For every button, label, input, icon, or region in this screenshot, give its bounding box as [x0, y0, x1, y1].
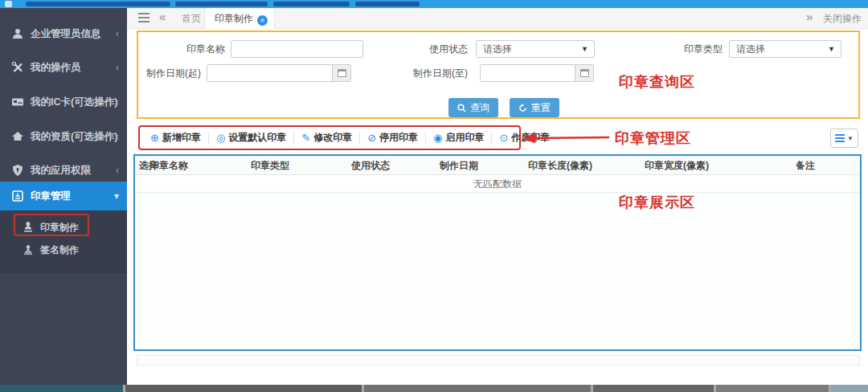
- modify-seal-button[interactable]: ✎ 修改印章: [294, 129, 359, 147]
- seal-icon: [10, 189, 25, 203]
- scrollbar-segment[interactable]: [125, 385, 362, 392]
- chevron-left-icon: ‹: [116, 131, 119, 142]
- caret-down-icon: ▼: [847, 135, 854, 142]
- scrollbar-segment[interactable]: [593, 385, 714, 392]
- circle-play-icon: ◉: [433, 132, 442, 144]
- circle-stop-icon: ⊘: [367, 132, 376, 144]
- calendar-icon: [338, 69, 346, 77]
- sidebar-item-enterprise-admin-info[interactable]: 企业管理员信息 ‹: [0, 18, 127, 50]
- column-header-use-status[interactable]: 使用状态: [351, 156, 390, 175]
- search-icon: [457, 104, 466, 112]
- seal-toolbar: ⊕ 新增印章 ◎ 设置默认印章 ✎ 修改印章 ⊘ 停用印章 ◉ 启用印章 ⊙ 作…: [138, 125, 521, 150]
- date-to-input[interactable]: [481, 65, 575, 81]
- date-to-calendar-button[interactable]: [575, 65, 593, 81]
- date-from-input[interactable]: [207, 65, 332, 81]
- query-button[interactable]: 查询: [448, 98, 498, 117]
- chevron-left-icon: ‹: [116, 165, 119, 176]
- sidebar-subitem-label: 印章制作: [40, 221, 79, 235]
- column-header-remarks[interactable]: 备注: [796, 156, 815, 175]
- chevron-left-icon: ‹: [116, 96, 119, 108]
- use-status-select[interactable]: 请选择 ▼: [476, 40, 595, 58]
- redacted-title-text: [355, 2, 420, 6]
- shield-icon: [10, 163, 25, 178]
- seal-management-submenu: 印章制作 签名制作: [0, 210, 127, 273]
- calendar-icon: [580, 69, 589, 77]
- top-title-bar: [0, 0, 868, 8]
- circle-void-icon: ⊙: [499, 132, 508, 144]
- seal-type-label: 印章类型: [635, 40, 723, 58]
- seal-name-input[interactable]: [231, 41, 362, 57]
- bottom-edge-bar: [0, 385, 868, 392]
- chevron-left-icon: ‹: [116, 28, 119, 39]
- table-columns-dropdown-button[interactable]: ▼: [830, 129, 858, 148]
- menu-toggle-icon[interactable]: [138, 13, 149, 22]
- chevron-down-icon: ▾: [114, 190, 119, 202]
- sidebar-subitem-seal-creation[interactable]: 印章制作: [0, 217, 127, 238]
- app-logo-icon: [5, 1, 12, 7]
- sidebar-subitem-label: 签名制作: [40, 243, 79, 257]
- sidebar-item-label: 印章管理: [31, 190, 71, 203]
- date-to-label: 制作日期(至): [379, 64, 468, 82]
- redacted-title-text: [273, 2, 350, 6]
- scroll-tabs-left-icon[interactable]: «: [159, 10, 166, 23]
- sidebar: 企业管理员信息 ‹ 我的操作员 ‹ 我的IC卡(可选操作) ‹ 我的资质(可选操…: [0, 8, 127, 385]
- sidebar-item-my-operators[interactable]: 我的操作员 ‹: [0, 51, 127, 84]
- scroll-tabs-right-icon[interactable]: »: [806, 10, 813, 23]
- use-status-label: 使用状态: [379, 40, 468, 58]
- pencil-icon: ✎: [301, 132, 310, 144]
- user-icon: [10, 27, 25, 41]
- stamp-icon: [23, 222, 35, 234]
- date-to-group: [480, 64, 594, 82]
- add-seal-button[interactable]: ⊕ 新增印章: [143, 129, 208, 147]
- sidebar-item-my-qualifications[interactable]: 我的资质(可选操作) ‹: [0, 120, 127, 153]
- sidebar-item-label: 企业管理员信息: [31, 27, 101, 41]
- sidebar-item-seal-management[interactable]: 印章管理 ▾: [0, 182, 127, 210]
- redacted-title-text: [175, 2, 268, 6]
- list-columns-icon: [835, 134, 845, 142]
- sidebar-subitem-signature-creation[interactable]: 签名制作: [0, 239, 127, 260]
- seal-query-panel: 印章名称 使用状态 请选择 ▼ 印章类型 请选择 ▼ 制作日期(起) 制作日期(…: [137, 31, 860, 119]
- column-header-seal-length[interactable]: 印章长度(像素): [528, 156, 592, 175]
- close-tab-icon[interactable]: ×: [257, 15, 268, 26]
- tab-seal-creation[interactable]: 印章制作×: [204, 8, 275, 29]
- sidebar-item-label: 我的IC卡(可选操作): [31, 96, 117, 109]
- annotation-seal-manage-area: 印章管理区: [615, 129, 691, 148]
- sidebar-item-label: 我的操作员: [31, 61, 81, 75]
- sidebar-item-my-ic-card[interactable]: 我的IC卡(可选操作) ‹: [0, 86, 127, 118]
- enable-seal-button[interactable]: ◉ 启用印章: [426, 129, 491, 147]
- tab-label: 印章制作: [215, 13, 253, 24]
- date-from-group: [207, 64, 351, 82]
- tab-home[interactable]: 首页: [182, 8, 201, 29]
- void-seal-button[interactable]: ⊙ 作废印章: [492, 129, 557, 147]
- seal-name-input-wrap: [231, 40, 363, 58]
- scrollbar-segment[interactable]: [716, 385, 829, 392]
- seal-management-page: 企业管理员信息 ‹ 我的操作员 ‹ 我的IC卡(可选操作) ‹ 我的资质(可选操…: [0, 0, 868, 392]
- seal-name-label: 印章名称: [138, 40, 225, 58]
- reset-button[interactable]: 重置: [510, 98, 559, 117]
- column-header-seal-type[interactable]: 印章类型: [251, 156, 289, 175]
- column-header-seal-width[interactable]: 印章宽度(像素): [645, 156, 709, 175]
- seal-table: 选择 印章名称 印章类型 使用状态 制作日期 印章长度(像素) 印章宽度(像素)…: [133, 154, 862, 351]
- set-default-seal-button[interactable]: ◎ 设置默认印章: [209, 129, 293, 147]
- column-header-make-date[interactable]: 制作日期: [440, 156, 478, 175]
- pagination-strip: [137, 355, 860, 365]
- disable-seal-button[interactable]: ⊘ 停用印章: [360, 129, 425, 147]
- ic-card-icon: [10, 95, 25, 109]
- seal-table-header: 选择 印章名称 印章类型 使用状态 制作日期 印章长度(像素) 印章宽度(像素)…: [135, 156, 860, 175]
- date-from-label: 制作日期(起): [138, 64, 201, 82]
- select-caret-icon: ▼: [581, 41, 588, 57]
- seal-type-select[interactable]: 请选择 ▼: [729, 40, 841, 58]
- reset-icon: [518, 104, 527, 112]
- tools-icon: [10, 60, 25, 75]
- select-caret-icon: ▼: [828, 41, 835, 57]
- close-operations-dropdown[interactable]: 关闭操作 ▾: [823, 8, 868, 29]
- date-from-calendar-button[interactable]: [332, 65, 350, 81]
- table-empty-message: 无匹配数据: [135, 175, 860, 193]
- scrollbar-segment[interactable]: [831, 385, 868, 392]
- sidebar-item-label: 我的应用权限: [31, 164, 91, 178]
- circle-plus-icon: ⊕: [150, 132, 159, 144]
- annotation-seal-display-area: 印章展示区: [619, 193, 695, 212]
- column-header-seal-name[interactable]: 印章名称: [149, 156, 188, 175]
- scrollbar-segment[interactable]: [364, 385, 591, 392]
- tab-bar: « 首页 印章制作× » 关闭操作 ▾: [127, 8, 868, 29]
